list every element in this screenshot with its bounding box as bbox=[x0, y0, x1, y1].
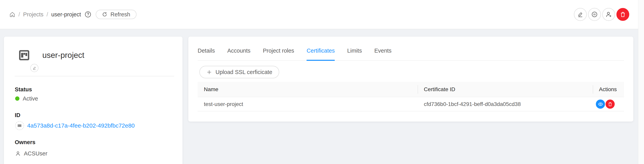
divider bbox=[15, 76, 174, 76]
tab-project-roles[interactable]: Project roles bbox=[263, 41, 294, 60]
cell-certificate-id: cfd736b0-1bcf-4291-beff-d0a3da05cd38 bbox=[418, 97, 593, 111]
edit-name-button[interactable] bbox=[30, 64, 38, 72]
table-row: test-user-project cfd736b0-1bcf-4291-bef… bbox=[198, 97, 624, 111]
certificates-table: Name Certificate ID Actions test-user-pr… bbox=[198, 82, 624, 111]
delete-icon bbox=[620, 11, 626, 18]
reload-icon bbox=[102, 12, 107, 17]
user-add-icon bbox=[605, 11, 612, 18]
project-actions bbox=[574, 8, 635, 21]
status-row: Active bbox=[15, 95, 38, 102]
tab-limits[interactable]: Limits bbox=[347, 41, 362, 60]
column-header-certificate-id: Certificate ID bbox=[418, 82, 593, 97]
delete-certificate-button[interactable] bbox=[606, 100, 615, 109]
edit-icon bbox=[32, 66, 36, 70]
upload-ssl-certificate-button[interactable]: Upload SSL cerficicate bbox=[200, 66, 279, 78]
suspend-project-button[interactable] bbox=[588, 8, 601, 21]
table-header: Name Certificate ID Actions bbox=[198, 82, 624, 97]
breadcrumb-separator: / bbox=[46, 11, 48, 18]
tab-accounts[interactable]: Accounts bbox=[227, 41, 250, 60]
breadcrumb: / Projects / user-project bbox=[9, 11, 92, 18]
trash-icon bbox=[608, 102, 613, 107]
plus-icon bbox=[206, 69, 212, 75]
status-value: Active bbox=[23, 96, 38, 102]
tab-certificates[interactable]: Certificates bbox=[306, 41, 335, 60]
refresh-button[interactable]: Refresh bbox=[96, 10, 136, 19]
id-label: ID bbox=[15, 112, 20, 118]
column-header-actions: Actions bbox=[593, 82, 624, 97]
breadcrumb-item-projects[interactable]: Projects bbox=[23, 11, 44, 18]
owner-value: ACSUser bbox=[24, 150, 47, 157]
edit-icon bbox=[577, 11, 584, 18]
refresh-label: Refresh bbox=[110, 11, 130, 18]
add-account-button[interactable] bbox=[602, 8, 615, 21]
eye-icon bbox=[598, 102, 603, 107]
question-circle-icon[interactable] bbox=[84, 11, 92, 18]
owners-label: Owners bbox=[15, 139, 35, 145]
project-info-card: user-project Status Active ID 4a573a8d-c… bbox=[4, 37, 182, 164]
cell-actions bbox=[593, 97, 624, 111]
status-label: Status bbox=[15, 86, 32, 93]
scrollbar[interactable] bbox=[638, 0, 644, 164]
project-detail-card: Details Accounts Project roles Certifica… bbox=[188, 37, 633, 122]
status-dot bbox=[15, 96, 20, 101]
cell-name: test-user-project bbox=[198, 97, 418, 111]
view-certificate-button[interactable] bbox=[596, 100, 605, 109]
delete-project-button[interactable] bbox=[616, 8, 629, 21]
upload-ssl-label: Upload SSL cerficicate bbox=[216, 69, 272, 75]
breadcrumb-separator: / bbox=[18, 11, 20, 18]
project-icon bbox=[18, 49, 30, 61]
column-header-name: Name bbox=[198, 82, 418, 97]
detail-tabs: Details Accounts Project roles Certifica… bbox=[198, 37, 624, 61]
owners-row: ACSUser bbox=[15, 150, 47, 157]
edit-project-button[interactable] bbox=[574, 8, 587, 21]
barcode-icon bbox=[15, 121, 24, 130]
id-row: 4a573a8d-c17a-4fee-b202-492bfbc72e80 bbox=[15, 121, 135, 130]
breadcrumb-item-current: user-project bbox=[51, 11, 81, 18]
home-icon[interactable] bbox=[9, 12, 15, 18]
pause-circle-icon bbox=[591, 11, 598, 18]
user-icon bbox=[15, 151, 21, 156]
project-id-link[interactable]: 4a573a8d-c17a-4fee-b202-492bfbc72e80 bbox=[27, 122, 135, 129]
project-title: user-project bbox=[42, 49, 84, 61]
tab-details[interactable]: Details bbox=[198, 41, 215, 60]
top-navigation-bar: / Projects / user-project Refresh bbox=[0, 0, 644, 29]
tab-events[interactable]: Events bbox=[374, 41, 392, 60]
